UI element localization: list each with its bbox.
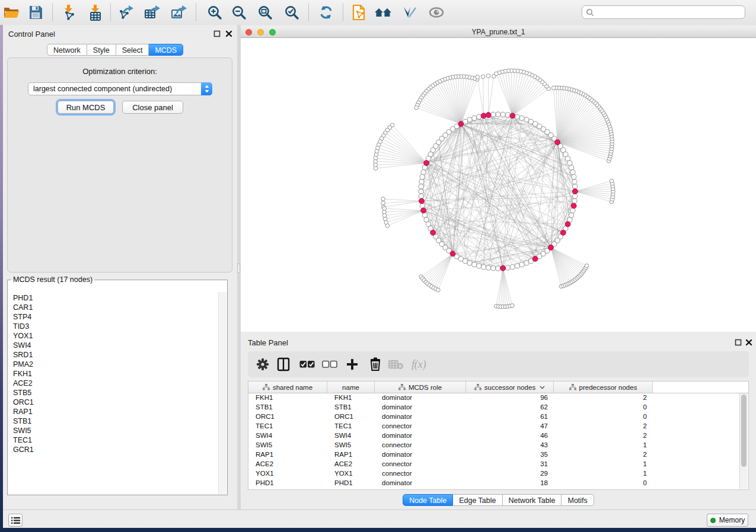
- cell-name[interactable]: RAP1: [327, 450, 375, 460]
- cell-successor-nodes[interactable]: 61: [466, 412, 554, 422]
- zoom-in-icon[interactable]: [205, 3, 224, 22]
- mcds-node-item[interactable]: ORC1: [9, 398, 218, 407]
- tab-select[interactable]: Select: [116, 44, 149, 56]
- cell-MCDS-role[interactable]: dominator: [375, 403, 466, 412]
- new-network-from-selection-icon[interactable]: [349, 3, 368, 22]
- cell-name[interactable]: TEC1: [327, 422, 375, 431]
- close-window-icon[interactable]: [245, 29, 252, 36]
- cell-shared-name[interactable]: SWI4: [248, 431, 327, 441]
- cell-name[interactable]: FKH1: [327, 393, 375, 403]
- mcds-node-item[interactable]: PHD1: [9, 293, 218, 303]
- tab-node-table[interactable]: Node Table: [403, 494, 453, 506]
- cell-successor-nodes[interactable]: 35: [466, 450, 554, 460]
- table-row[interactable]: STB1STB1dominator620: [248, 403, 748, 412]
- add-column-icon[interactable]: [343, 355, 362, 374]
- mcds-node-item[interactable]: CAR1: [9, 303, 218, 312]
- cell-MCDS-role[interactable]: connector: [375, 441, 466, 450]
- cell-MCDS-role[interactable]: connector: [375, 460, 466, 469]
- task-history-button[interactable]: [8, 514, 23, 527]
- cell-name[interactable]: SWI5: [327, 441, 375, 450]
- cell-successor-nodes[interactable]: 47: [466, 422, 554, 431]
- cell-successor-nodes[interactable]: 46: [466, 431, 554, 441]
- mcds-node-item[interactable]: GCR1: [9, 445, 218, 454]
- memory-button[interactable]: Memory: [707, 514, 748, 527]
- deselect-all-icon[interactable]: [320, 355, 339, 374]
- import-network-icon[interactable]: [60, 3, 79, 22]
- mcds-node-item[interactable]: STB5: [9, 388, 218, 398]
- import-table-icon[interactable]: [87, 3, 106, 22]
- tab-edge-table[interactable]: Edge Table: [453, 494, 502, 506]
- cell-successor-nodes[interactable]: 31: [466, 460, 554, 469]
- table-row[interactable]: RAP1RAP1dominator352: [248, 450, 748, 460]
- open-session-icon[interactable]: [2, 3, 21, 22]
- column-header-name[interactable]: name: [327, 382, 375, 393]
- tab-mcds[interactable]: MCDS: [149, 44, 183, 56]
- mcds-node-item[interactable]: STP4: [9, 312, 218, 322]
- mcds-node-item[interactable]: TID3: [9, 322, 218, 331]
- zoom-fit-icon[interactable]: [256, 3, 275, 22]
- cell-MCDS-role[interactable]: connector: [375, 422, 466, 431]
- refresh-layout-icon[interactable]: [317, 3, 336, 22]
- mcds-node-item[interactable]: ACE2: [9, 379, 218, 388]
- export-network-icon[interactable]: [116, 3, 135, 22]
- delete-column-icon[interactable]: [366, 355, 385, 374]
- close-table-panel-icon[interactable]: [745, 339, 752, 346]
- cell-shared-name[interactable]: YOX1: [248, 469, 327, 479]
- mcds-node-item[interactable]: RAP1: [9, 407, 218, 416]
- cell-shared-name[interactable]: SWI5: [248, 441, 327, 450]
- save-session-icon[interactable]: [26, 3, 45, 22]
- network-canvas[interactable]: [241, 38, 756, 332]
- table-row[interactable]: PHD1PHD1dominator180: [248, 479, 748, 488]
- float-panel-icon[interactable]: [213, 30, 221, 37]
- cell-MCDS-role[interactable]: dominator: [375, 412, 466, 422]
- search-input[interactable]: [597, 8, 741, 17]
- column-header-predecessor-nodes[interactable]: predecessor nodes: [554, 382, 653, 393]
- mcds-node-item[interactable]: SWI4: [9, 341, 218, 350]
- table-options-gear-icon[interactable]: [253, 355, 272, 374]
- cell-successor-nodes[interactable]: 29: [466, 469, 554, 479]
- cell-shared-name[interactable]: STB1: [248, 403, 327, 412]
- cell-shared-name[interactable]: ORC1: [248, 412, 327, 422]
- cell-shared-name[interactable]: ACE2: [248, 460, 327, 469]
- cell-name[interactable]: ORC1: [327, 412, 375, 422]
- mcds-node-item[interactable]: SWI5: [9, 426, 218, 435]
- select-all-icon[interactable]: [298, 355, 317, 374]
- cell-predecessor-nodes[interactable]: 0: [554, 403, 653, 412]
- splitter-grip[interactable]: [237, 264, 240, 273]
- cell-MCDS-role[interactable]: dominator: [375, 479, 466, 488]
- cell-successor-nodes[interactable]: 43: [466, 441, 554, 450]
- mcds-node-item[interactable]: FKH1: [9, 369, 218, 379]
- zoom-selected-icon[interactable]: [282, 3, 301, 22]
- tab-style[interactable]: Style: [87, 44, 116, 56]
- table-scrollbar-thumb[interactable]: [741, 395, 747, 467]
- mcds-node-item[interactable]: STB1: [9, 416, 218, 426]
- cell-successor-nodes[interactable]: 18: [466, 479, 554, 488]
- cell-predecessor-nodes[interactable]: 2: [554, 431, 653, 441]
- cell-name[interactable]: ACE2: [327, 460, 375, 469]
- cell-shared-name[interactable]: RAP1: [248, 450, 327, 460]
- search-box[interactable]: [582, 5, 745, 19]
- cell-predecessor-nodes[interactable]: 1: [554, 441, 653, 450]
- table-row[interactable]: ORC1ORC1dominator610: [248, 412, 748, 422]
- table-scrollbar[interactable]: [739, 393, 748, 489]
- float-table-panel-icon[interactable]: [735, 339, 742, 346]
- cell-MCDS-role[interactable]: dominator: [375, 450, 466, 460]
- zoom-out-icon[interactable]: [229, 3, 248, 22]
- cell-name[interactable]: YOX1: [327, 469, 375, 479]
- minimize-window-icon[interactable]: [257, 29, 264, 36]
- table-row[interactable]: TEC1TEC1connector472: [248, 422, 748, 431]
- cell-successor-nodes[interactable]: 96: [466, 393, 554, 403]
- cell-successor-nodes[interactable]: 62: [466, 403, 554, 412]
- mcds-node-item[interactable]: TEC1: [9, 435, 218, 445]
- cell-shared-name[interactable]: TEC1: [248, 422, 327, 431]
- column-header-successor-nodes[interactable]: successor nodes: [466, 382, 554, 393]
- table-row[interactable]: FKH1FKH1dominator962: [248, 393, 748, 403]
- cell-predecessor-nodes[interactable]: 2: [554, 422, 653, 431]
- cell-predecessor-nodes[interactable]: 0: [554, 412, 653, 422]
- cell-shared-name[interactable]: PHD1: [248, 479, 327, 488]
- table-row[interactable]: YOX1YOX1connector291: [248, 469, 748, 479]
- cell-MCDS-role[interactable]: dominator: [375, 431, 466, 441]
- mcds-list-scrollbar[interactable]: [218, 292, 227, 494]
- mcds-result-list[interactable]: PHD1CAR1STP4TID3YOX1SWI4SRD1PMA2FKH1ACE2…: [9, 293, 218, 493]
- export-image-icon[interactable]: [170, 3, 189, 22]
